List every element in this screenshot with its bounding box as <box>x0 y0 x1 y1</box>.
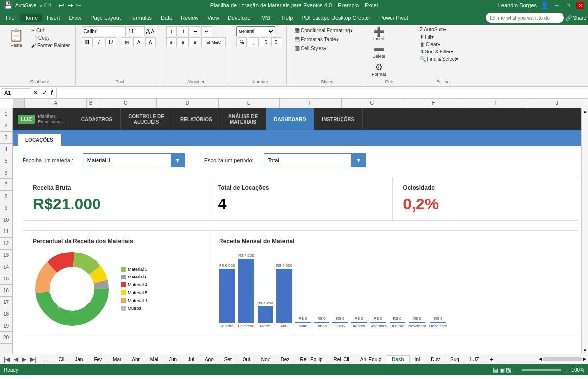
menu-developer[interactable]: Developer <box>224 14 256 22</box>
percent-btn[interactable]: % <box>236 37 247 47</box>
tab-fev[interactable]: Fev <box>88 355 107 363</box>
tab-jun[interactable]: Jun <box>164 355 182 363</box>
tab-nav-left[interactable]: ◀ <box>12 356 20 363</box>
tab-dash[interactable]: Dash <box>387 355 409 363</box>
nav-cadastros[interactable]: CADASTROS <box>74 108 121 130</box>
hscroll-track[interactable] <box>543 357 582 361</box>
number-format-select[interactable]: General <box>236 26 275 36</box>
tab-dez[interactable]: Dez <box>275 355 295 363</box>
tab-sug[interactable]: Sug <box>445 355 465 363</box>
tab-jan[interactable]: Jan <box>70 355 88 363</box>
tab-nav-left-start[interactable]: |◀ <box>2 356 12 363</box>
menu-pdfescape[interactable]: PDFescape Desktop Creator <box>297 14 374 22</box>
bar-dez-bar[interactable] <box>430 322 446 323</box>
font-grow-btn[interactable]: A <box>146 27 150 35</box>
tab-mai[interactable]: Mai <box>145 355 164 363</box>
align-right-btn[interactable]: ≡ <box>190 37 200 47</box>
tab-jul[interactable]: Jul <box>182 355 199 363</box>
merge-center-btn[interactable]: ⊞ M&C <box>201 37 226 47</box>
menu-data[interactable]: Data <box>157 14 176 22</box>
bar-jan-bar[interactable] <box>219 269 235 323</box>
cut-button[interactable]: ✂ Cut <box>29 27 72 34</box>
tab-rel-cli[interactable]: Rel_Cli <box>328 355 355 363</box>
underline-button[interactable]: U <box>105 37 116 47</box>
tab-set[interactable]: Set <box>219 355 237 363</box>
select-all-btn[interactable] <box>13 99 25 108</box>
redo-btn[interactable]: ↪ <box>67 1 73 9</box>
bold-button[interactable]: B <box>82 37 93 47</box>
sort-filter-button[interactable]: ⇅ Sort & Filter▾ <box>418 49 460 55</box>
nav-relatorios[interactable]: RELATÓRIOS <box>172 108 220 130</box>
decrease-decimal-btn[interactable]: 0. <box>271 37 282 47</box>
tab-nav-right[interactable]: ▶ <box>20 356 28 363</box>
tab-duv[interactable]: Duv <box>425 355 445 363</box>
font-name-input[interactable] <box>82 26 126 36</box>
material-filter-arrow[interactable]: ▼ <box>171 153 185 167</box>
page-layout-btn[interactable]: ▣ <box>499 366 505 373</box>
menu-msp[interactable]: MSP <box>257 14 277 22</box>
menu-file[interactable]: File <box>2 14 19 22</box>
minimize-btn[interactable]: ─ <box>553 2 561 9</box>
scroll-down-btn[interactable]: ▼ <box>582 347 588 354</box>
nav-controle[interactable]: CONTROLE DEALUGUÉIS <box>121 108 172 130</box>
menu-help[interactable]: Help <box>278 14 297 22</box>
formula-cancel-btn[interactable]: ✕ <box>31 89 40 96</box>
scroll-up-btn[interactable]: ▲ <box>582 108 588 115</box>
menu-view[interactable]: View <box>203 14 223 22</box>
copy-button[interactable]: 📄 Copy <box>29 35 72 41</box>
find-select-button[interactable]: 🔍 Find & Select▾ <box>418 56 460 62</box>
period-filter-arrow[interactable]: ▼ <box>352 153 366 167</box>
paste-button[interactable]: 📋 Paste <box>6 26 26 50</box>
hscroll-right[interactable]: ▶ <box>583 357 586 361</box>
tab-an-equip[interactable]: An_Equip <box>355 355 387 363</box>
redo2-btn[interactable]: ↪ <box>76 1 82 9</box>
menu-pagelayout[interactable]: Page Layout <box>86 14 124 22</box>
function-btn[interactable]: f <box>49 89 54 96</box>
tab-luz[interactable]: LUZ <box>465 355 485 363</box>
tab-nov[interactable]: Nov <box>256 355 275 363</box>
nav-analise[interactable]: ANÁLISE DEMATERIAIS <box>220 108 267 130</box>
zoom-minus-btn[interactable]: − <box>515 367 518 373</box>
font-size-input[interactable] <box>127 26 145 36</box>
bar-set-bar[interactable] <box>370 322 386 323</box>
wrap-text-btn[interactable]: ↵ <box>201 26 212 36</box>
vertical-scrollbar[interactable]: ▲ ▼ <box>581 108 588 354</box>
cell-reference[interactable] <box>2 88 31 97</box>
insert-button[interactable]: ➕ Insert <box>371 26 387 42</box>
conditional-formatting-btn[interactable]: ▦ Conditional Formatting▾ <box>293 26 355 34</box>
format-painter-button[interactable]: 🖌 Format Painter <box>29 42 72 49</box>
align-tc-btn[interactable]: ⊥ <box>178 26 189 36</box>
share-btn[interactable]: 🔗 Share <box>566 15 586 21</box>
menu-review[interactable]: Review <box>177 14 202 22</box>
cell-styles-btn[interactable]: ▥ Cell Styles▾ <box>293 44 355 52</box>
tab-out[interactable]: Out <box>237 355 256 363</box>
comma-btn[interactable]: , <box>248 37 259 47</box>
hscroll-left[interactable]: ◀ <box>539 357 542 361</box>
tab-cli[interactable]: Cli <box>53 355 70 363</box>
align-center-btn[interactable]: ≡ <box>178 37 189 47</box>
bar-jun-bar[interactable] <box>314 322 329 323</box>
bar-jul-bar[interactable] <box>332 322 348 323</box>
bar-mai-bar[interactable] <box>295 322 311 323</box>
menu-formulas[interactable]: Formulas <box>125 14 156 22</box>
bar-fev-bar[interactable] <box>238 259 254 323</box>
delete-button[interactable]: ➖ Delete <box>370 44 387 60</box>
align-tl-btn[interactable]: ⊤ <box>166 26 177 36</box>
border-button[interactable]: ⊞ <box>122 37 132 47</box>
format-button[interactable]: ⚙ Format <box>370 62 388 77</box>
tell-me-input[interactable] <box>486 13 564 23</box>
zoom-plus-btn[interactable]: + <box>565 367 568 373</box>
font-shrink-btn[interactable]: A <box>151 29 154 34</box>
fill-button[interactable]: ⬇ Fill▾ <box>418 34 460 40</box>
menu-draw[interactable]: Draw <box>65 14 86 22</box>
tab-ellipsis[interactable]: ... <box>38 355 53 363</box>
formula-confirm-btn[interactable]: ✓ <box>40 89 49 96</box>
restore-btn[interactable]: □ <box>564 2 572 9</box>
bar-abr-bar[interactable] <box>276 269 292 323</box>
autosum-button[interactable]: Σ AutoSum▾ <box>418 26 460 33</box>
period-filter-input[interactable] <box>264 153 352 167</box>
formula-input[interactable] <box>59 90 586 96</box>
tab-mar[interactable]: Mar <box>107 355 126 363</box>
tab-abr[interactable]: Abr <box>126 355 145 363</box>
tab-ago[interactable]: Ago <box>199 355 219 363</box>
